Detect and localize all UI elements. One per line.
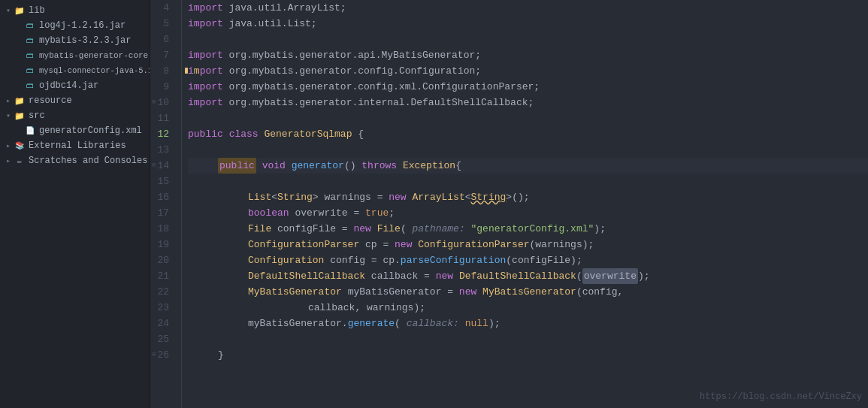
tree-item-external-libs[interactable]: 📚 External Libraries (0, 138, 150, 153)
tree-label: External Libraries (29, 141, 126, 151)
code-line-18: File configFile = new File( pathname: "g… (188, 221, 868, 237)
code-line-4: import java.util.ArrayList; (188, 0, 868, 16)
scratch-icon: ✏️ (14, 155, 26, 167)
tree-label: ojdbc14.jar (39, 80, 98, 91)
line-num-26: ⊖ 26 (150, 347, 175, 363)
code-line-19: ConfigurationParser cp = new Configurati… (188, 237, 868, 252)
line-num-8: 8 (150, 63, 175, 79)
line-num-13: 13 (150, 142, 175, 158)
line-num-7: 7 (150, 47, 175, 63)
folder-icon: 📁 (14, 95, 26, 107)
tree-item-mybatis-gen[interactable]: 🗃 mybatis-generator-core-1.3.2.jar (0, 48, 150, 63)
tree-item-mybatis[interactable]: 🗃 mybatis-3.2.3.jar (0, 33, 150, 48)
tree-item-scratches[interactable]: ✏️ Scratches and Consoles (0, 153, 150, 168)
line-num-25: 25 (150, 331, 175, 347)
code-line-11 (188, 110, 868, 126)
code-line-8: import org.mybatis.generator.config.Conf… (188, 63, 868, 79)
line-num-6: 6 (150, 32, 175, 47)
code-lines[interactable]: import java.util.ArrayList; import java.… (182, 0, 868, 408)
expand-arrow (3, 141, 14, 150)
xml-icon: 📄 (24, 125, 36, 137)
lib-icon: 📚 (14, 140, 26, 152)
line-num-21: 21 (150, 268, 175, 284)
tree-label: Scratches and Consoles (29, 156, 147, 166)
line-num-14: ⊖ 14 (150, 158, 175, 174)
tree-label: mysql-connector-java-5.1.28-bin.jar (39, 66, 150, 75)
code-content[interactable]: 4 5 6 7 8 9 ⊖ 10 11 12 13 ⊖ 14 15 16 17 … (150, 0, 868, 408)
tree-item-generator-config[interactable]: 📄 generatorConfig.xml (0, 123, 150, 138)
line-num-10: ⊖ 10 (150, 95, 175, 110)
tree-item-resource[interactable]: 📁 resource (0, 93, 150, 108)
code-line-7: import org.mybatis.generator.api.MyBatis… (188, 47, 868, 63)
line-num-5: 5 (150, 16, 175, 32)
tree-item-ojdbc[interactable]: 🗃 ojdbc14.jar (0, 78, 150, 93)
jar-icon: 🗃 (24, 20, 36, 32)
jar-icon: 🗃 (24, 65, 36, 77)
line-num-23: 23 (150, 300, 175, 316)
code-line-23: callback, warnings); (188, 300, 868, 316)
folder-icon: 📁 (14, 110, 26, 122)
watermark: https://blog.csdn.net/VinceZxy (700, 389, 862, 405)
tree-label: resource (29, 95, 72, 106)
tree-item-lib[interactable]: 📁 lib (0, 3, 150, 18)
tree-label: src (29, 110, 45, 121)
code-line-24: myBatisGenerator.generate( callback: nul… (188, 316, 868, 331)
file-tree[interactable]: 📁 lib 🗃 log4j-1.2.16.jar 🗃 mybatis-3.2.3… (0, 0, 150, 408)
code-line-10: import org.mybatis.generator.internal.De… (188, 95, 868, 110)
line-num-16: 16 (150, 189, 175, 205)
expand-arrow (3, 96, 14, 105)
code-line-25 (188, 331, 868, 347)
code-line-6 (188, 32, 868, 47)
code-line-14: public void generator() throws Exception… (188, 158, 868, 174)
code-line-12: ▶ public class GeneratorSqlmap { (188, 126, 868, 142)
tree-label: generatorConfig.xml (39, 125, 142, 136)
line-num-15: 15 (150, 174, 175, 189)
jar-icon: 🗃 (24, 35, 36, 47)
line-num-9: 9 (150, 79, 175, 95)
line-num-12: 12 (150, 126, 175, 142)
code-line-15 (188, 174, 868, 189)
line-num-24: 24 (150, 316, 175, 331)
code-line-20: Configuration config = cp.parseConfigura… (188, 252, 868, 268)
expand-arrow (3, 156, 14, 165)
code-line-22: MyBatisGenerator myBatisGenerator = new … (188, 284, 868, 300)
line-num-22: 22 (150, 284, 175, 300)
code-line-16: List<String> warnings = new ArrayList<St… (188, 189, 868, 205)
tree-item-mysql[interactable]: 🗃 mysql-connector-java-5.1.28-bin.jar (0, 63, 150, 78)
jar-icon: 🗃 (24, 50, 36, 62)
tree-label: log4j-1.2.16.jar (39, 20, 126, 31)
line-num-19: 19 (150, 237, 175, 252)
code-line-26: } (188, 347, 868, 363)
line-num-17: 17 (150, 205, 175, 221)
line-numbers: 4 5 6 7 8 9 ⊖ 10 11 12 13 ⊖ 14 15 16 17 … (150, 0, 182, 408)
code-line-17: boolean overwrite = true; (188, 205, 868, 221)
code-line-21: DefaultShellCallback callback = new Defa… (188, 268, 868, 284)
code-line-5: import java.util.List; (188, 16, 868, 32)
line-num-20: 20 (150, 252, 175, 268)
line-num-4: 4 (150, 0, 175, 16)
line-num-18: 18 (150, 221, 175, 237)
jar-icon: 🗃 (24, 80, 36, 92)
code-editor: 4 5 6 7 8 9 ⊖ 10 11 12 13 ⊖ 14 15 16 17 … (150, 0, 868, 408)
tree-label: lib (29, 5, 45, 16)
tree-label: mybatis-generator-core-1.3.2.jar (39, 51, 150, 60)
line-num-11: 11 (150, 110, 175, 126)
tree-item-log4j[interactable]: 🗃 log4j-1.2.16.jar (0, 18, 150, 33)
expand-arrow (3, 6, 14, 15)
tree-item-src[interactable]: 📁 src (0, 108, 150, 123)
expand-arrow (3, 111, 14, 120)
folder-icon: 📁 (14, 5, 26, 17)
tree-label: mybatis-3.2.3.jar (39, 35, 131, 46)
code-line-13 (188, 142, 868, 158)
code-line-9: import org.mybatis.generator.config.xml.… (188, 79, 868, 95)
